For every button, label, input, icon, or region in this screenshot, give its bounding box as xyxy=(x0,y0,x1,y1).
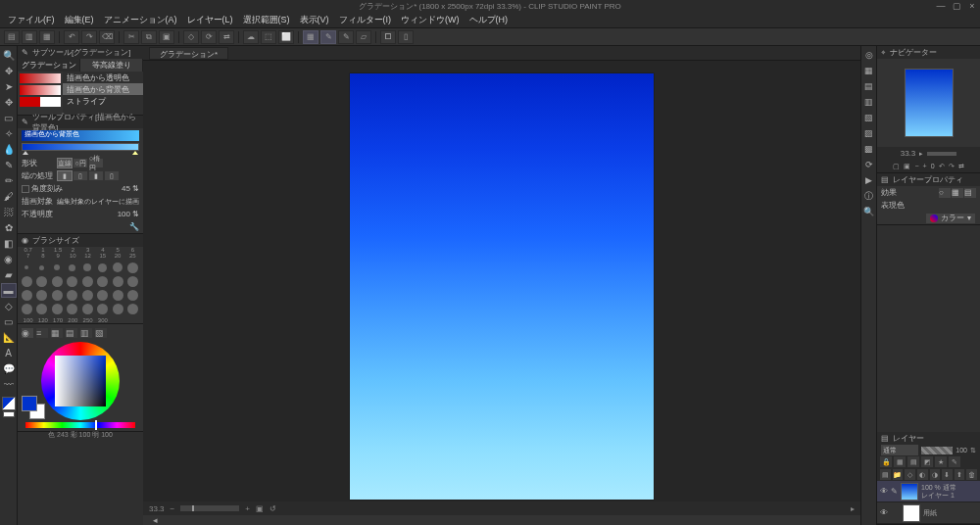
effect-color-icon[interactable]: ▤ xyxy=(964,188,976,198)
brush-dot[interactable] xyxy=(51,303,63,314)
brush-dot[interactable] xyxy=(36,262,48,273)
new-layer-icon[interactable]: ▤ xyxy=(880,469,891,480)
draft-icon[interactable]: ✎ xyxy=(949,456,960,467)
brush-dot[interactable] xyxy=(97,275,109,287)
brush-dot[interactable] xyxy=(112,262,123,273)
tool-fill[interactable]: ▰ xyxy=(1,267,17,282)
edit-target-icon[interactable]: ✎ xyxy=(891,487,898,496)
document-tab[interactable]: グラデーション* xyxy=(149,47,228,60)
tool-zoom[interactable]: 🔍 xyxy=(1,48,17,63)
lock-all-icon[interactable]: 🔒 xyxy=(880,456,892,467)
maximize-button[interactable]: ▢ xyxy=(951,0,962,11)
brush-dot[interactable] xyxy=(67,275,78,287)
menu-animation[interactable]: アニメーション(A) xyxy=(100,13,181,27)
nav-zoomout-icon[interactable]: − xyxy=(914,163,918,169)
brush-dot[interactable] xyxy=(127,303,139,314)
horizontal-scrollbar[interactable]: ◂ xyxy=(143,515,860,525)
subtool-item-fg-transparent[interactable]: 描画色から透明色 xyxy=(63,72,143,83)
subtool-tab-gradient[interactable]: グラデーション xyxy=(18,59,80,72)
nav-rotright-icon[interactable]: ↷ xyxy=(949,163,955,170)
navigator-preview[interactable] xyxy=(877,59,980,147)
combine-icon[interactable]: ⬆ xyxy=(955,469,965,480)
brush-dot[interactable] xyxy=(51,275,63,287)
tb-save[interactable]: ▦ xyxy=(39,30,55,44)
shape-ellipse[interactable]: ○楕円 xyxy=(88,158,104,168)
tb-copy[interactable]: ⧉ xyxy=(141,30,157,44)
brush-dot[interactable] xyxy=(97,262,109,273)
tool-marquee[interactable]: ▭ xyxy=(1,111,17,125)
tool-figure[interactable]: ◇ xyxy=(1,299,17,313)
gradient-stop-start[interactable] xyxy=(23,151,28,155)
menu-file[interactable]: ファイル(F) xyxy=(4,13,59,27)
tb-3d[interactable]: ⬚ xyxy=(261,30,276,44)
menu-selection[interactable]: 選択範囲(S) xyxy=(239,13,294,27)
edge-opt1[interactable]: ▮ xyxy=(57,170,73,181)
shape-circle[interactable]: ○円 xyxy=(73,158,88,168)
zoom-fit-icon[interactable]: ▣ xyxy=(256,504,264,513)
tb-erase[interactable]: ⌫ xyxy=(99,30,115,44)
tb-new[interactable]: ▤ xyxy=(4,30,20,44)
zoom-in-icon[interactable]: + xyxy=(245,504,250,513)
tb-paste[interactable]: ▣ xyxy=(159,30,174,44)
material4-icon[interactable]: ▧ xyxy=(862,111,876,124)
merge-icon[interactable]: ⬇ xyxy=(942,469,953,480)
blend-mode-select[interactable]: 通常 xyxy=(881,445,918,455)
settings-icon[interactable]: 🔧 xyxy=(129,222,139,231)
visibility-icon[interactable]: 👁 xyxy=(880,487,888,496)
brush-dot[interactable] xyxy=(81,289,93,301)
tb-rec[interactable]: ⬜ xyxy=(278,30,294,44)
nav-zoom-out-icon[interactable]: ▸ xyxy=(919,150,923,158)
nav-100-icon[interactable]: ▣ xyxy=(904,163,910,170)
nav-zoom-slider[interactable] xyxy=(927,152,956,156)
menu-edit[interactable]: 編集(E) xyxy=(61,13,98,27)
brush-dot[interactable] xyxy=(21,303,32,314)
layer-panel-header[interactable]: ▤ レイヤー xyxy=(877,432,980,445)
brush-dot[interactable] xyxy=(36,303,48,314)
effect-tone-icon[interactable]: ▦ xyxy=(952,188,963,198)
brush-dot[interactable] xyxy=(67,262,78,273)
angle-stepper[interactable]: ⇅ xyxy=(132,184,139,193)
nav-fit-icon[interactable]: ▢ xyxy=(893,163,900,170)
material-icon[interactable]: ▦ xyxy=(862,64,876,77)
material5-icon[interactable]: ▨ xyxy=(862,126,876,140)
material2-icon[interactable]: ▤ xyxy=(862,79,876,93)
close-button[interactable]: × xyxy=(966,0,978,11)
color-wheel[interactable] xyxy=(41,342,120,420)
brush-dot[interactable] xyxy=(51,289,63,301)
layer-row-1[interactable]: 👁 ✎ 100 % 通常 レイヤー 1 xyxy=(877,481,980,502)
opacity-stepper[interactable]: ⇅ xyxy=(132,210,139,218)
zoom-out-icon[interactable]: − xyxy=(171,504,175,513)
mask-icon[interactable]: ◐ xyxy=(917,469,928,480)
subtool-item-stripe[interactable]: ストライプ xyxy=(63,95,143,107)
tool-wand[interactable]: ✧ xyxy=(1,126,17,141)
tb-flip[interactable]: ⇄ xyxy=(219,30,234,44)
brush-dot[interactable] xyxy=(21,262,32,273)
subtool-tab-contour[interactable]: 等高線塗り xyxy=(80,59,143,72)
tb-scale[interactable]: ◇ xyxy=(183,30,199,44)
menu-help[interactable]: ヘルプ(H) xyxy=(466,13,513,27)
tb-cloud[interactable]: ☁ xyxy=(243,30,259,44)
delete-layer-icon[interactable]: 🗑 xyxy=(966,469,977,480)
subtool-panel-header[interactable]: ✎ サブツール[グラデーション] xyxy=(18,46,143,59)
opacity-slider[interactable] xyxy=(921,447,953,454)
nav-zoom-value[interactable]: 33.3 xyxy=(901,149,916,158)
tool-operation[interactable]: ➤ xyxy=(1,79,17,94)
lock-pixel-icon[interactable]: ▦ xyxy=(894,456,906,467)
gradient-stop-bar[interactable] xyxy=(22,143,139,151)
scroll-right-icon[interactable]: ▸ xyxy=(851,504,855,513)
fg-bg-colors[interactable] xyxy=(22,396,45,419)
apply-mask-icon[interactable]: ◑ xyxy=(930,469,941,480)
tool-eraser[interactable]: ◧ xyxy=(1,236,17,251)
tool-property-header[interactable]: ✎ ツールプロパティ[描画色から背景色] xyxy=(18,116,143,128)
brush-dot[interactable] xyxy=(97,303,109,314)
tool-move-layer[interactable]: ✥ xyxy=(1,95,17,110)
brush-dot[interactable] xyxy=(127,289,139,301)
tool-ruler[interactable]: 📐 xyxy=(1,330,17,345)
info-icon[interactable]: ⓘ xyxy=(862,189,876,203)
navigator-header[interactable]: ⌖ ナビゲーター xyxy=(877,46,980,59)
canvas-viewport[interactable] xyxy=(143,61,860,501)
foreground-color[interactable] xyxy=(22,396,37,411)
brush-dot[interactable] xyxy=(97,289,109,301)
tool-blend[interactable]: ◉ xyxy=(1,252,17,266)
nav-flip-icon[interactable]: ⇄ xyxy=(958,163,964,170)
